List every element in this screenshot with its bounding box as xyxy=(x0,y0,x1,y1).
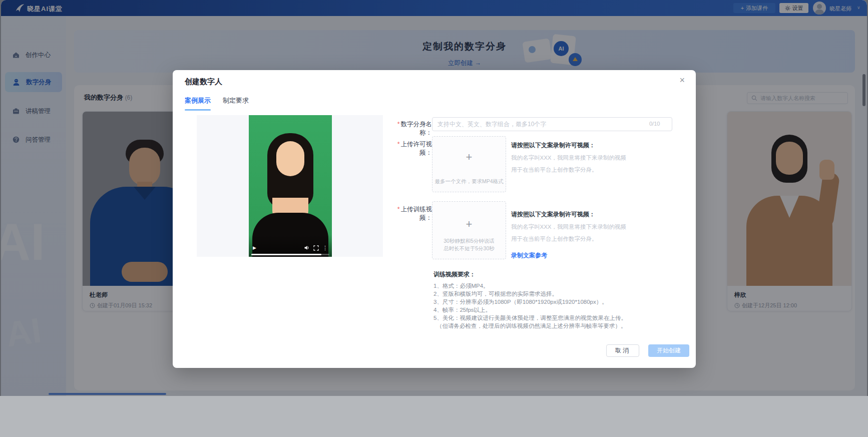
fullscreen-icon[interactable] xyxy=(313,245,319,251)
requirement-item: 5、美化：视频建议进行美颜美体预处理，调整至您满意的视觉效果在上传。 xyxy=(433,314,627,322)
training-script-title: 请按照以下文案录制许可视频： xyxy=(511,210,595,219)
video-progress-bar[interactable] xyxy=(251,254,329,255)
tab-custom-requirements[interactable]: 制定要求 xyxy=(223,96,249,105)
license-script-line: 用于在当前平台上创作数字分身。 xyxy=(511,166,598,174)
create-button[interactable]: 开始创建 xyxy=(648,344,689,357)
avatar-name-input[interactable] xyxy=(432,117,672,131)
requirement-item: 3、尺寸：分辨率必须为1080P（即1080*1920px或1920*1080p… xyxy=(433,298,608,306)
requirement-item: 1、格式：必须MP4。 xyxy=(433,282,489,290)
upload-plus-icon: + xyxy=(432,151,506,164)
license-script-title: 请按照以下文案录制许可视频： xyxy=(511,141,595,150)
name-field-label-text: 数字分身名称： xyxy=(401,121,432,136)
training-upload-hint-line: 总时长不短于5分30秒 xyxy=(435,245,504,253)
required-star: * xyxy=(397,141,400,148)
license-script-line: 我的名字叫XXX，我同意将接下来录制的视频 xyxy=(511,154,626,162)
training-video-label: *上传训练视频： xyxy=(388,205,432,222)
photo-shape xyxy=(276,141,304,176)
screen: 晓星AI课堂 + 添加课件 设置 xyxy=(0,0,868,437)
license-upload-box[interactable]: + 最多一个文件，要求MP4格式 xyxy=(432,136,506,192)
training-script-line: 我的名字叫XXX，我同意将接下来录制的视频 xyxy=(511,223,626,231)
active-tab-underline xyxy=(185,109,211,111)
upload-hint: 最多一个文件，要求MP4格式 xyxy=(435,178,504,186)
license-video-label-text: 上传许可视频： xyxy=(401,141,432,156)
requirement-item: 4、帧率：25fps以上。 xyxy=(433,306,491,314)
video-controls: ▶ ⋮ xyxy=(249,243,332,253)
play-button[interactable]: ▶ xyxy=(253,245,256,250)
dialog-title: 创建数字人 xyxy=(185,77,222,87)
more-icon[interactable]: ⋮ xyxy=(322,245,328,251)
required-star: * xyxy=(397,206,400,213)
volume-icon[interactable] xyxy=(304,245,310,251)
upload-plus-icon: + xyxy=(432,218,506,231)
cancel-button[interactable]: 取消 xyxy=(606,344,639,357)
close-icon[interactable]: × xyxy=(679,75,685,86)
script-reference-link[interactable]: 录制文案参考 xyxy=(511,251,547,260)
license-video-label: *上传许可视频： xyxy=(388,140,432,157)
required-star: * xyxy=(397,121,400,128)
training-upload-box[interactable]: + 30秒静默和5分钟说话 总时长不短于5分30秒 xyxy=(432,201,506,259)
requirement-item: （但请务必检查，处理后的训练视频仍然满足上述分辨率与帧率等要求）。 xyxy=(437,322,627,330)
training-upload-hint-line: 30秒静默和5分钟说话 xyxy=(435,237,504,245)
tab-case-display[interactable]: 案例展示 xyxy=(185,96,211,105)
requirement-item: 2、竖版和横版均可，可根据您的实际需求选择。 xyxy=(433,290,558,298)
char-counter: 0/10 xyxy=(649,121,660,127)
sample-video-player[interactable]: ▶ ⋮ xyxy=(249,115,332,257)
video-progress-fill xyxy=(251,254,321,255)
desktop-background xyxy=(0,396,868,437)
training-video-label-text: 上传训练视频： xyxy=(401,206,432,221)
training-upload-hint: 30秒静默和5分钟说话 总时长不短于5分30秒 xyxy=(435,237,504,253)
requirements-title: 训练视频要求： xyxy=(433,270,476,279)
create-digital-human-dialog: 创建数字人 × 案例展示 制定要求 ▶ ⋮ xyxy=(173,70,696,368)
training-script-line: 用于在当前平台上创作数字分身。 xyxy=(511,235,598,243)
name-field-label: *数字分身名称： xyxy=(388,120,432,137)
